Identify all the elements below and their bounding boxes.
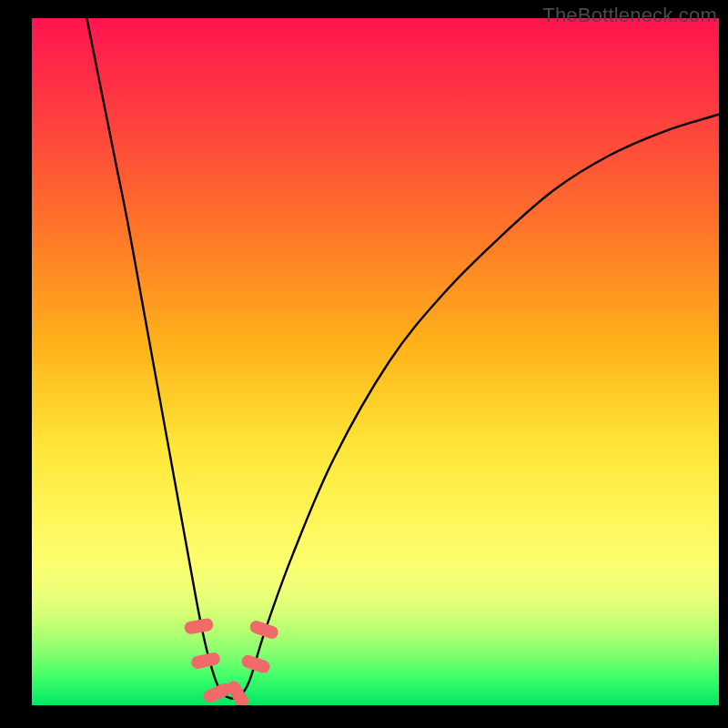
threshold-marker <box>190 652 221 671</box>
threshold-marker <box>240 653 272 675</box>
threshold-marker <box>183 617 214 635</box>
chart-frame: TheBottleneck.com <box>0 0 728 728</box>
plot-area <box>32 18 719 705</box>
threshold-marker <box>248 619 280 641</box>
watermark-text: TheBottleneck.com <box>542 4 717 27</box>
threshold-markers <box>32 18 719 705</box>
